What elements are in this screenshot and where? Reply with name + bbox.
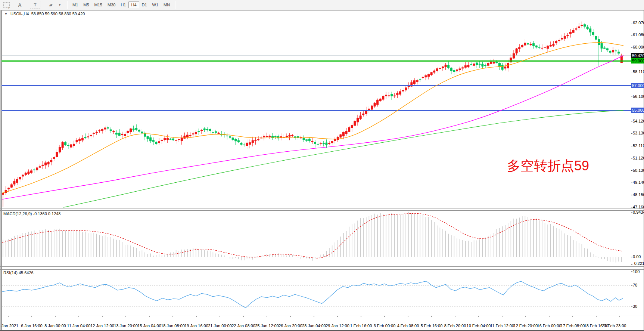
rsi-tick-label: 30 — [633, 304, 637, 309]
price-level-badge-59.000: 59.000 — [631, 58, 644, 64]
price-tick-label: 49.140 — [633, 180, 644, 185]
time-tick-label: 5 Jan 2021 — [0, 324, 18, 328]
macd-tick-label: -0.2213 — [633, 261, 644, 266]
ohlc-values: 58.850 59.590 58.830 59.420 — [31, 12, 85, 16]
time-tick-label: 8 Jan 00:00 — [44, 324, 66, 328]
price-tick-label: 50.130 — [633, 168, 644, 173]
price-tick-label: 51.120 — [633, 156, 644, 160]
macd-tick-label: 0.00 — [633, 254, 641, 259]
time-tick-label: 6 Jan 16:00 — [21, 324, 43, 328]
price-tick-label: 62.070 — [633, 21, 644, 25]
price-tick-label: 60.090 — [633, 45, 644, 49]
chart-title: ▼ USOil-,H4 58.850 59.590 58.830 59.420 — [4, 12, 85, 16]
time-tick-label: 17 Feb 08:00 — [561, 324, 585, 328]
macd-indicator-label: MACD(12,26,9) -0.1360 0.1248 — [3, 211, 60, 216]
time-tick-label: 1 Feb 16:00 — [350, 324, 372, 328]
price-tick-label: 61.080 — [633, 33, 644, 37]
time-tick-label: 10 Feb 04:00 — [467, 324, 491, 328]
price-tick-label: 53.130 — [633, 131, 644, 135]
time-tick-label: 12 Jan 12:00 — [90, 324, 114, 328]
time-tick-label: 18 Jan 08:00 — [161, 324, 185, 328]
time-tick-label: 12 Feb 20:00 — [514, 324, 538, 328]
price-level-badge-57.000: 57.000 — [631, 83, 644, 88]
time-tick-label: 28 Jan 04:00 — [302, 324, 326, 328]
time-tick-label: 3 Feb 00:00 — [374, 324, 396, 328]
time-tick-label: 25 Jan 12:00 — [255, 324, 279, 328]
time-tick-label: 13 Jan 20:00 — [114, 324, 138, 328]
price-tick-label: 56.100 — [633, 94, 644, 99]
time-tick-label: 21 Jan 00:00 — [208, 324, 232, 328]
symbol-dropdown-icon[interactable]: ▼ — [4, 12, 7, 16]
macd-tick-label: 0.9434 — [633, 210, 644, 214]
rsi-indicator-label: RSI(14) 45.6426 — [3, 270, 34, 275]
time-tick-label: 15 Jan 04:00 — [137, 324, 161, 328]
price-level-badge-55.000: 55.000 — [631, 108, 644, 113]
time-tick-label: 11 Feb 12:00 — [490, 324, 514, 328]
time-tick-label: 5 Feb 16:00 — [421, 324, 443, 328]
time-tick-label: 4 Feb 08:00 — [397, 324, 419, 328]
price-tick-label: 47.160 — [633, 205, 644, 209]
symbol-period-label: USOil-,H4 — [10, 12, 29, 16]
price-tick-label: 48.150 — [633, 192, 644, 197]
price-tick-label: 54.120 — [633, 119, 644, 123]
rsi-tick-label: 100 — [633, 269, 640, 274]
time-tick-label: 11 Jan 04:00 — [67, 324, 91, 328]
rsi-tick-label: 70 — [633, 283, 637, 287]
time-tick-label: 19 Jan 16:00 — [184, 324, 208, 328]
time-tick-label: 21 Feb 23:00 — [602, 324, 626, 328]
time-tick-label: 26 Jan 20:00 — [279, 324, 302, 328]
price-level-badge-59.420: 59.420 — [631, 53, 644, 58]
price-tick-label: 52.110 — [633, 143, 644, 148]
time-tick-label: 29 Jan 12:00 — [326, 324, 349, 328]
annotation-text: 多空转折点59 — [507, 157, 589, 175]
time-tick-label: 22 Jan 08:00 — [231, 324, 255, 328]
price-tick-label: 58.110 — [633, 69, 644, 74]
time-tick-label: 16 Feb 00:00 — [537, 324, 561, 328]
time-tick-label: 8 Feb 20:00 — [444, 324, 466, 328]
